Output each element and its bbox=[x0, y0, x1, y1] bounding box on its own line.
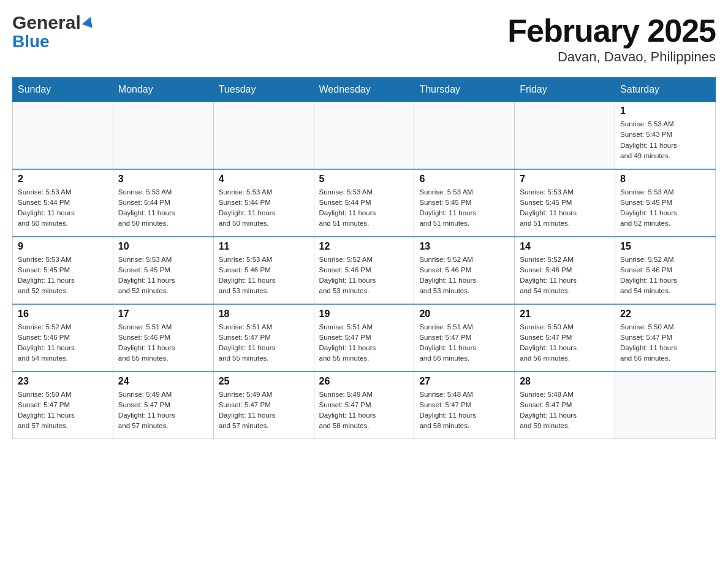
day-info: Sunrise: 5:51 AM Sunset: 5:47 PM Dayligh… bbox=[419, 322, 509, 364]
calendar-day-cell: 11Sunrise: 5:53 AM Sunset: 5:46 PM Dayli… bbox=[213, 237, 314, 304]
calendar-day-cell: 8Sunrise: 5:53 AM Sunset: 5:45 PM Daylig… bbox=[615, 169, 716, 237]
calendar-day-cell: 9Sunrise: 5:53 AM Sunset: 5:45 PM Daylig… bbox=[13, 237, 113, 304]
calendar-day-cell bbox=[113, 102, 213, 169]
calendar-week-row: 23Sunrise: 5:50 AM Sunset: 5:47 PM Dayli… bbox=[13, 372, 716, 439]
calendar-header-friday: Friday bbox=[515, 78, 615, 102]
day-info: Sunrise: 5:50 AM Sunset: 5:47 PM Dayligh… bbox=[18, 389, 108, 432]
logo-blue-text: Blue bbox=[12, 32, 50, 52]
day-number: 7 bbox=[520, 174, 610, 185]
day-number: 20 bbox=[419, 308, 509, 320]
day-number: 25 bbox=[219, 376, 309, 387]
calendar-subtitle: Davan, Davao, Philippines bbox=[507, 49, 716, 65]
day-info: Sunrise: 5:53 AM Sunset: 5:45 PM Dayligh… bbox=[520, 187, 610, 229]
calendar-day-cell: 27Sunrise: 5:48 AM Sunset: 5:47 PM Dayli… bbox=[414, 372, 515, 439]
day-number: 10 bbox=[118, 241, 208, 252]
calendar-day-cell: 26Sunrise: 5:49 AM Sunset: 5:47 PM Dayli… bbox=[314, 372, 414, 439]
calendar-day-cell: 16Sunrise: 5:52 AM Sunset: 5:46 PM Dayli… bbox=[13, 304, 113, 372]
calendar-day-cell bbox=[213, 102, 314, 169]
day-number: 16 bbox=[18, 308, 108, 320]
calendar-day-cell: 12Sunrise: 5:52 AM Sunset: 5:46 PM Dayli… bbox=[314, 237, 414, 304]
calendar-day-cell: 3Sunrise: 5:53 AM Sunset: 5:44 PM Daylig… bbox=[113, 169, 213, 237]
logo: General Blue bbox=[12, 12, 94, 52]
day-info: Sunrise: 5:53 AM Sunset: 5:44 PM Dayligh… bbox=[219, 187, 309, 229]
calendar-week-row: 2Sunrise: 5:53 AM Sunset: 5:44 PM Daylig… bbox=[13, 169, 716, 237]
day-number: 12 bbox=[319, 241, 409, 252]
day-number: 21 bbox=[520, 308, 610, 320]
calendar-day-cell: 14Sunrise: 5:52 AM Sunset: 5:46 PM Dayli… bbox=[515, 237, 615, 304]
calendar-day-cell: 10Sunrise: 5:53 AM Sunset: 5:45 PM Dayli… bbox=[113, 237, 213, 304]
calendar-day-cell bbox=[314, 102, 414, 169]
day-number: 2 bbox=[18, 174, 108, 185]
day-number: 26 bbox=[319, 376, 409, 387]
calendar-day-cell: 20Sunrise: 5:51 AM Sunset: 5:47 PM Dayli… bbox=[414, 304, 515, 372]
day-info: Sunrise: 5:53 AM Sunset: 5:45 PM Dayligh… bbox=[620, 187, 710, 229]
day-number: 6 bbox=[419, 174, 509, 185]
day-info: Sunrise: 5:53 AM Sunset: 5:45 PM Dayligh… bbox=[118, 255, 208, 297]
day-info: Sunrise: 5:52 AM Sunset: 5:46 PM Dayligh… bbox=[18, 322, 108, 364]
day-number: 14 bbox=[520, 241, 610, 252]
calendar-day-cell: 19Sunrise: 5:51 AM Sunset: 5:47 PM Dayli… bbox=[314, 304, 414, 372]
day-info: Sunrise: 5:53 AM Sunset: 5:45 PM Dayligh… bbox=[18, 255, 108, 297]
day-info: Sunrise: 5:53 AM Sunset: 5:44 PM Dayligh… bbox=[319, 187, 409, 229]
day-info: Sunrise: 5:53 AM Sunset: 5:44 PM Dayligh… bbox=[18, 187, 108, 229]
calendar-week-row: 1Sunrise: 5:53 AM Sunset: 5:43 PM Daylig… bbox=[13, 102, 716, 169]
day-number: 13 bbox=[419, 241, 509, 252]
calendar-day-cell: 2Sunrise: 5:53 AM Sunset: 5:44 PM Daylig… bbox=[13, 169, 113, 237]
calendar-day-cell bbox=[615, 372, 716, 439]
day-number: 17 bbox=[118, 308, 208, 320]
day-info: Sunrise: 5:49 AM Sunset: 5:47 PM Dayligh… bbox=[319, 389, 409, 432]
day-info: Sunrise: 5:51 AM Sunset: 5:46 PM Dayligh… bbox=[118, 322, 208, 364]
day-info: Sunrise: 5:52 AM Sunset: 5:46 PM Dayligh… bbox=[319, 255, 409, 297]
day-number: 9 bbox=[18, 241, 108, 252]
day-info: Sunrise: 5:50 AM Sunset: 5:47 PM Dayligh… bbox=[520, 322, 610, 364]
calendar-day-cell: 7Sunrise: 5:53 AM Sunset: 5:45 PM Daylig… bbox=[515, 169, 615, 237]
calendar-week-row: 16Sunrise: 5:52 AM Sunset: 5:46 PM Dayli… bbox=[13, 304, 716, 372]
day-number: 22 bbox=[620, 308, 710, 320]
title-area: February 2025 Davan, Davao, Philippines bbox=[507, 12, 716, 65]
calendar-day-cell: 18Sunrise: 5:51 AM Sunset: 5:47 PM Dayli… bbox=[213, 304, 314, 372]
day-info: Sunrise: 5:53 AM Sunset: 5:43 PM Dayligh… bbox=[620, 119, 710, 161]
day-number: 3 bbox=[118, 174, 208, 185]
calendar-header-wednesday: Wednesday bbox=[314, 78, 414, 102]
calendar-day-cell: 23Sunrise: 5:50 AM Sunset: 5:47 PM Dayli… bbox=[13, 372, 113, 439]
calendar-day-cell: 13Sunrise: 5:52 AM Sunset: 5:46 PM Dayli… bbox=[414, 237, 515, 304]
day-info: Sunrise: 5:53 AM Sunset: 5:45 PM Dayligh… bbox=[419, 187, 509, 229]
day-info: Sunrise: 5:49 AM Sunset: 5:47 PM Dayligh… bbox=[118, 389, 208, 432]
day-number: 11 bbox=[219, 241, 309, 252]
day-number: 1 bbox=[620, 105, 710, 117]
logo-triangle-icon bbox=[82, 15, 96, 28]
day-number: 23 bbox=[18, 376, 108, 387]
calendar-header-thursday: Thursday bbox=[414, 78, 515, 102]
calendar-title: February 2025 bbox=[507, 12, 716, 49]
calendar-header-monday: Monday bbox=[113, 78, 213, 102]
calendar-day-cell: 5Sunrise: 5:53 AM Sunset: 5:44 PM Daylig… bbox=[314, 169, 414, 237]
day-info: Sunrise: 5:49 AM Sunset: 5:47 PM Dayligh… bbox=[219, 389, 309, 432]
day-info: Sunrise: 5:50 AM Sunset: 5:47 PM Dayligh… bbox=[620, 322, 710, 364]
day-number: 19 bbox=[319, 308, 409, 320]
calendar-day-cell bbox=[414, 102, 515, 169]
day-number: 24 bbox=[118, 376, 208, 387]
day-number: 27 bbox=[419, 376, 509, 387]
calendar-day-cell: 6Sunrise: 5:53 AM Sunset: 5:45 PM Daylig… bbox=[414, 169, 515, 237]
calendar-day-cell bbox=[515, 102, 615, 169]
day-number: 28 bbox=[520, 376, 610, 387]
day-number: 8 bbox=[620, 174, 710, 185]
day-info: Sunrise: 5:52 AM Sunset: 5:46 PM Dayligh… bbox=[419, 255, 509, 297]
day-info: Sunrise: 5:48 AM Sunset: 5:47 PM Dayligh… bbox=[520, 389, 610, 432]
day-info: Sunrise: 5:52 AM Sunset: 5:46 PM Dayligh… bbox=[620, 255, 710, 297]
day-info: Sunrise: 5:51 AM Sunset: 5:47 PM Dayligh… bbox=[219, 322, 309, 364]
day-number: 5 bbox=[319, 174, 409, 185]
page-header: General Blue February 2025 Davan, Davao,… bbox=[12, 12, 716, 65]
calendar-week-row: 9Sunrise: 5:53 AM Sunset: 5:45 PM Daylig… bbox=[13, 237, 716, 304]
day-info: Sunrise: 5:53 AM Sunset: 5:44 PM Dayligh… bbox=[118, 187, 208, 229]
calendar-day-cell: 1Sunrise: 5:53 AM Sunset: 5:43 PM Daylig… bbox=[615, 102, 716, 169]
calendar-day-cell bbox=[13, 102, 113, 169]
calendar-day-cell: 28Sunrise: 5:48 AM Sunset: 5:47 PM Dayli… bbox=[515, 372, 615, 439]
calendar-header-row: SundayMondayTuesdayWednesdayThursdayFrid… bbox=[13, 78, 716, 102]
calendar-table: SundayMondayTuesdayWednesdayThursdayFrid… bbox=[12, 77, 716, 439]
day-info: Sunrise: 5:51 AM Sunset: 5:47 PM Dayligh… bbox=[319, 322, 409, 364]
calendar-day-cell: 24Sunrise: 5:49 AM Sunset: 5:47 PM Dayli… bbox=[113, 372, 213, 439]
calendar-day-cell: 15Sunrise: 5:52 AM Sunset: 5:46 PM Dayli… bbox=[615, 237, 716, 304]
calendar-header-tuesday: Tuesday bbox=[213, 78, 314, 102]
day-info: Sunrise: 5:53 AM Sunset: 5:46 PM Dayligh… bbox=[219, 255, 309, 297]
